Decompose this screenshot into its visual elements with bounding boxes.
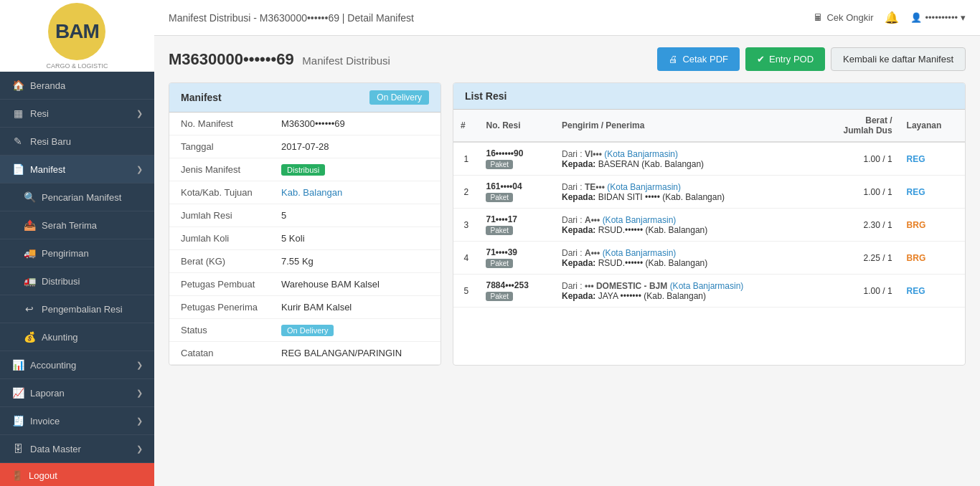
sidebar-item-beranda[interactable]: 🏠 Beranda	[0, 72, 154, 100]
jenis-manifest-badge: Distribusi	[281, 164, 325, 176]
sidebar-item-label: Manifest	[30, 164, 65, 175]
sidebar-item-resi[interactable]: ▦ Resi ❯	[0, 100, 154, 128]
kembali-button[interactable]: Kembali ke daftar Manifest	[831, 47, 966, 71]
header-buttons: 🖨 Cetak PDF ✔ Entry POD Kembali ke dafta…	[657, 47, 966, 71]
row-num: 1	[453, 142, 479, 176]
sidebar-item-manifest[interactable]: 📄 Manifest ❯	[0, 156, 154, 184]
sidebar-item-pencarian-manifest[interactable]: 🔍 Pencarian Manifest	[0, 184, 154, 211]
field-label: Petugas Pembuat	[169, 273, 270, 296]
cek-ongkir-button[interactable]: 🖩 Cek Ongkir	[814, 12, 873, 23]
chevron-right-icon: ❯	[136, 361, 143, 370]
data-master-icon: 🗄	[11, 443, 24, 454]
topbar-right: 🖩 Cek Ongkir 🔔 👤 •••••••••• ▾	[814, 11, 966, 24]
sidebar-item-accounting[interactable]: 📊 Accounting ❯	[0, 351, 154, 379]
field-value: REG BALANGAN/PARINGIN	[270, 342, 440, 365]
sidebar-item-label: Beranda	[30, 80, 65, 91]
table-row: Catatan REG BALANGAN/PARINGIN	[169, 342, 440, 365]
row-berat: 2.25 / 1	[816, 242, 900, 275]
table-row: 5 7884•••253 Paket Dari : ••• DOMESTIC -…	[453, 275, 965, 308]
manifest-table: No. Manifest M36300••••••69 Tanggal 2017…	[169, 113, 440, 365]
row-resi: 71••••39 Paket	[479, 242, 555, 275]
row-berat: 1.00 / 1	[816, 142, 900, 176]
sidebar-item-pengiriman[interactable]: 🚚 Pengiriman	[0, 239, 154, 267]
field-label: Catatan	[169, 342, 270, 365]
row-pengirim: Dari : A••• (Kota Banjarmasin) Kepada: R…	[555, 209, 816, 242]
sidebar-item-label: Resi	[30, 108, 49, 119]
user-icon: 👤	[910, 12, 922, 23]
field-value: 2017-07-28	[270, 135, 440, 158]
print-icon: 🖨	[669, 54, 678, 65]
sidebar-item-akunting[interactable]: 💰 Akunting	[0, 323, 154, 351]
user-menu[interactable]: 👤 •••••••••• ▾	[910, 12, 966, 23]
notification-bell-icon[interactable]: 🔔	[885, 11, 899, 24]
breadcrumb: Manifest Distribusi - M3630000••••••69 |…	[169, 12, 414, 24]
sidebar-item-distribusi[interactable]: 🚛 Distribusi	[0, 267, 154, 295]
sidebar: BAM CARGO & LOGISTIC 🏠 Beranda ▦ Resi ❯ …	[0, 0, 154, 486]
sidebar-item-laporan[interactable]: 📈 Laporan ❯	[0, 379, 154, 407]
field-value: 5	[270, 204, 440, 227]
serah-terima-icon: 📤	[23, 219, 36, 231]
paket-badge: Paket	[486, 226, 513, 235]
home-icon: 🏠	[11, 80, 24, 91]
sidebar-item-label: Accounting	[30, 360, 76, 371]
table-row: Jenis Manifest Distribusi	[169, 158, 440, 181]
field-value: 7.55 Kg	[270, 250, 440, 273]
sidebar-item-label: Pengembalian Resi	[42, 304, 123, 315]
row-layanan: BRG	[900, 209, 965, 242]
kota-tujuan-link[interactable]: Kab. Balangan	[281, 187, 342, 198]
cetak-pdf-button[interactable]: 🖨 Cetak PDF	[657, 47, 740, 71]
sidebar-item-label: Serah Terima	[42, 220, 97, 231]
logo-subtitle: CARGO & LOGISTIC	[46, 62, 108, 70]
sidebar-item-invoice[interactable]: 🧾 Invoice ❯	[0, 407, 154, 435]
row-pengirim: Dari : VI••• (Kota Banjarmasin) Kepada: …	[555, 142, 816, 176]
paket-badge: Paket	[486, 160, 513, 169]
field-label: Berat (KG)	[169, 250, 270, 273]
table-row: No. Manifest M36300••••••69	[169, 113, 440, 135]
sidebar-logo: BAM CARGO & LOGISTIC	[0, 0, 154, 72]
sidebar-item-pengembalian-resi[interactable]: ↩ Pengembalian Resi	[0, 295, 154, 323]
logout-button[interactable]: 🚪 Logout	[0, 463, 154, 486]
sidebar-item-serah-terima[interactable]: 📤 Serah Terima	[0, 211, 154, 239]
table-row: Jumlah Resi 5	[169, 204, 440, 227]
row-layanan: REG	[900, 142, 965, 176]
pengiriman-icon: 🚚	[23, 247, 36, 259]
resi-table: # No. Resi Pengirim / Penerima Berat /Ju…	[453, 110, 965, 308]
sidebar-item-resi-baru[interactable]: ✎ Resi Baru	[0, 128, 154, 156]
row-num: 4	[453, 242, 479, 275]
col-resi: No. Resi	[479, 110, 555, 142]
field-label: Status	[169, 319, 270, 342]
field-label: Jenis Manifest	[169, 158, 270, 181]
field-value: 5 Koli	[270, 227, 440, 250]
status-badge: On Delivery	[369, 90, 429, 105]
page-title: M3630000••••••69 Manifest Distribusi	[169, 50, 390, 69]
main-content: Manifest Distribusi - M3630000••••••69 |…	[154, 0, 980, 486]
row-num: 3	[453, 209, 479, 242]
row-pengirim: Dari : ••• DOMESTIC - BJM (Kota Banjarma…	[555, 275, 816, 308]
row-resi: 71••••17 Paket	[479, 209, 555, 242]
sidebar-item-label: Pencarian Manifest	[42, 192, 121, 203]
col-num: #	[453, 110, 479, 142]
content-grid: Manifest On Delivery No. Manifest M36300…	[169, 82, 966, 366]
table-row: Kota/Kab. Tujuan Kab. Balangan	[169, 181, 440, 204]
chevron-down-icon: ▾	[961, 12, 966, 23]
manifest-card: Manifest On Delivery No. Manifest M36300…	[169, 82, 441, 366]
table-row: 2 161••••04 Paket Dari : TE••• (Kota Ban…	[453, 176, 965, 209]
sidebar-item-label: Akunting	[42, 332, 78, 343]
page-header: M3630000••••••69 Manifest Distribusi 🖨 C…	[169, 47, 966, 71]
row-num: 5	[453, 275, 479, 308]
paket-badge: Paket	[486, 193, 513, 202]
distribusi-icon: 🚛	[23, 275, 36, 287]
table-row: Petugas Pembuat Warehouse BAM Kalsel	[169, 273, 440, 296]
resi-icon: ▦	[11, 108, 24, 119]
search-icon: 🔍	[23, 191, 36, 203]
row-berat: 1.00 / 1	[816, 176, 900, 209]
sidebar-item-data-master[interactable]: 🗄 Data Master ❯	[0, 435, 154, 463]
resi-baru-icon: ✎	[11, 135, 24, 147]
table-row: Berat (KG) 7.55 Kg	[169, 250, 440, 273]
entry-pod-button[interactable]: ✔ Entry POD	[745, 47, 825, 71]
col-pengirim: Pengirim / Penerima	[555, 110, 816, 142]
manifest-icon: 📄	[11, 163, 24, 175]
sidebar-item-label: Data Master	[30, 444, 81, 454]
topbar: Manifest Distribusi - M3630000••••••69 |…	[154, 0, 980, 36]
field-label: Kota/Kab. Tujuan	[169, 181, 270, 204]
